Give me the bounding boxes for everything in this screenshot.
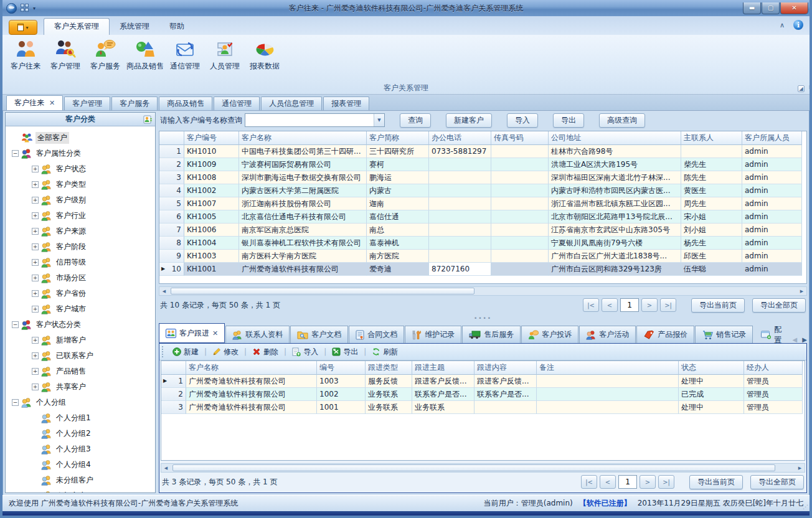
detail-tab-售后服务[interactable]: 售后服务 <box>462 326 521 343</box>
column-header-跟进内容[interactable]: 跟进内容 <box>474 361 537 375</box>
tree-item-新增客户[interactable]: +新增客户 <box>8 332 155 348</box>
resize-grip-icon[interactable]: ⋰ <box>803 504 808 510</box>
table-row[interactable]: 8KH1004银川嘉泰神机工程软件技术有限公司嘉泰神机宁夏银川凤凰南街79号六楼… <box>159 237 806 250</box>
column-header-客户简称[interactable]: 客户简称 <box>367 131 429 145</box>
tab-scroll-left-icon[interactable]: ◀ <box>793 336 798 343</box>
tree-item-未分组客户[interactable]: 未分组客户 <box>8 473 155 488</box>
tree-item-信用等级[interactable]: +信用等级 <box>8 255 155 270</box>
expand-icon[interactable]: + <box>32 368 39 375</box>
tree-item-客户级别[interactable]: +客户级别 <box>8 192 155 208</box>
toolbar-button-导出[interactable]: 导出 <box>328 347 362 357</box>
tree-item-全部客户[interactable]: 全部客户 <box>8 130 155 146</box>
collapse-ribbon-icon[interactable]: ∧ <box>780 21 785 29</box>
table-row[interactable]: 1KH1010中国电子科技集团公司第三十四研...三十四研究所0733-5881… <box>159 145 806 158</box>
expand-icon[interactable]: + <box>32 228 39 235</box>
table-row[interactable]: 2广州爱奇迪软件科技有限公司1002业务联系联系客户是否...联系客户是否...… <box>161 388 805 401</box>
previous-page-button[interactable]: < <box>600 475 616 489</box>
tree-item-客户属性分类[interactable]: −客户属性分类 <box>8 146 155 161</box>
tree-item-共享客户[interactable]: +共享客户 <box>8 379 155 395</box>
table-row[interactable]: 7KH1006南京军区南京总医院南总江苏省南京市玄武区中山东路305号刘小姐ad… <box>159 224 806 237</box>
ribbon-button-报表数据[interactable]: 报表数据 <box>245 37 284 72</box>
close-tab-icon[interactable]: ✕ <box>212 329 218 337</box>
detail-tab-销售记录[interactable]: 销售记录 <box>695 326 753 343</box>
expand-icon[interactable]: + <box>32 275 39 281</box>
first-page-button[interactable]: |< <box>581 475 597 489</box>
export-all-pages-button[interactable]: 导出全部页 <box>752 298 806 313</box>
tree-item-个人分组3[interactable]: 个人分组3 <box>8 441 155 457</box>
ribbon-tab-客户关系管理[interactable]: 客户关系管理 <box>44 18 110 35</box>
column-header-传真号码[interactable]: 传真号码 <box>491 131 549 145</box>
tree-item-客户来源[interactable]: +客户来源 <box>8 224 155 239</box>
column-header-客户编号[interactable]: 客户编号 <box>184 131 239 145</box>
column-header-经办人[interactable]: 经办人 <box>744 361 803 375</box>
toolbar-button-新建[interactable]: 新建 <box>169 347 202 357</box>
column-header-客户名称[interactable]: 客户名称 <box>239 131 367 145</box>
combobox-dropdown-icon[interactable]: ▼ <box>374 114 384 126</box>
scroll-left-icon[interactable]: ◀ <box>161 464 171 472</box>
doc-tab-客户管理[interactable]: 客户管理 <box>64 97 110 110</box>
detail-tab-联系人资料[interactable]: 联系人资料 <box>225 326 290 343</box>
followup-table-hscrollbar[interactable]: ◀ ▶ <box>161 463 805 473</box>
ribbon-button-客户管理[interactable]: 客户管理 <box>46 37 85 72</box>
tree-item-已联系客户[interactable]: +已联系客户 <box>8 348 155 364</box>
detail-tab-客户投诉[interactable]: 客户投诉 <box>521 326 578 343</box>
table-row[interactable]: 5KH1007浙江迦南科技股份有限公司迦南浙江省温州市瓯北镇东瓯工业区园...周… <box>159 197 806 210</box>
app-menu-button[interactable]: ▾ <box>9 20 37 35</box>
column-header-跟进主题[interactable]: 跟进主题 <box>412 361 474 375</box>
expand-icon[interactable]: + <box>32 290 39 297</box>
doc-tab-客户往来[interactable]: 客户往来✕ <box>6 95 63 110</box>
query-button-导入[interactable]: 导入 <box>507 113 538 128</box>
last-page-button[interactable]: >| <box>660 298 676 312</box>
tree-item-客户类型[interactable]: +客户类型 <box>8 177 155 192</box>
ribbon-button-客户往来[interactable]: 客户往来 <box>6 37 45 72</box>
doc-tab-报表管理[interactable]: 报表管理 <box>323 97 369 110</box>
collapse-icon[interactable]: − <box>12 150 19 157</box>
scroll-right-icon[interactable]: ▶ <box>795 464 805 472</box>
doc-tab-商品及销售[interactable]: 商品及销售 <box>159 97 212 110</box>
toolbar-button-删除[interactable]: 删除 <box>248 347 282 357</box>
next-page-button[interactable]: > <box>641 298 658 312</box>
table-row[interactable]: 3KH1008深圳市鹏海运电子数据交换有限公司鹏海运深圳市福田区深南大道北竹子林… <box>159 171 806 184</box>
table-row[interactable]: 2KH1009宁波赛柯国际贸易有限公司赛柯洪塘工业A区洪大路195号柴先生adm… <box>159 158 806 171</box>
dialog-launcher-icon[interactable]: ◢ <box>798 85 805 92</box>
tree-item-个人分组[interactable]: −个人分组 <box>8 395 155 410</box>
collapse-icon[interactable]: − <box>12 321 19 328</box>
table-row[interactable]: 4KH1002内蒙古医科大学第二附属医院内蒙古内蒙古呼和浩特市回民区内蒙古医..… <box>159 184 806 197</box>
first-page-button[interactable]: |< <box>583 298 599 312</box>
table-row[interactable]: 9KH1003南方医科大学南方医院南方医院广州市白云区广州大道北1838号...… <box>159 250 806 263</box>
detail-tab-客户活动[interactable]: 客户活动 <box>579 326 636 343</box>
column-header-跟进类型[interactable]: 跟进类型 <box>366 361 412 375</box>
app-logo-icon[interactable] <box>6 3 17 14</box>
splitter-handle[interactable]: •••• <box>159 314 807 322</box>
scroll-right-icon[interactable]: ▶ <box>797 287 806 295</box>
minimize-button[interactable]: ▬ <box>743 2 761 14</box>
expand-icon[interactable]: + <box>32 197 39 204</box>
column-header-编号[interactable]: 编号 <box>317 361 366 375</box>
tree-item-个人分组1[interactable]: 个人分组1 <box>8 410 155 426</box>
tree-item-客户行业[interactable]: +客户行业 <box>8 208 155 224</box>
ribbon-tab-帮助[interactable]: 帮助 <box>159 19 194 35</box>
quick-access-dropdown-icon[interactable]: ▾ <box>33 6 35 11</box>
expand-icon[interactable]: + <box>32 337 39 344</box>
page-number-input[interactable] <box>618 475 637 489</box>
expand-icon[interactable]: + <box>32 352 39 359</box>
detail-tab-客户文档[interactable]: 客户文档 <box>290 326 348 343</box>
tab-scroll-right-icon[interactable]: ▶ <box>802 336 807 343</box>
tree-item-客户城市[interactable]: +客户城市 <box>8 301 155 317</box>
collapse-icon[interactable]: − <box>12 399 19 406</box>
export-all-pages-button[interactable]: 导出全部页 <box>750 475 804 489</box>
expand-icon[interactable]: + <box>32 306 39 313</box>
query-button-查询[interactable]: 查询 <box>400 113 431 128</box>
table-row[interactable]: 10▶KH1001广州爱奇迪软件科技有限公司爱奇迪87207160广州市白云区同… <box>159 263 806 276</box>
tree-item-市场分区[interactable]: +市场分区 <box>8 270 155 286</box>
scroll-left-icon[interactable]: ◀ <box>159 287 169 295</box>
category-manage-icon[interactable] <box>143 115 153 126</box>
ribbon-button-通信管理[interactable]: 通信管理 <box>166 37 204 72</box>
scrollbar-thumb[interactable] <box>172 464 775 471</box>
toolbar-button-刷新[interactable]: 刷新 <box>368 347 402 357</box>
export-current-page-button[interactable]: 导出当前页 <box>689 475 743 489</box>
config-tab-button[interactable]: 配置 <box>757 327 791 343</box>
doc-tab-通信管理[interactable]: 通信管理 <box>214 97 260 110</box>
table-row[interactable]: 3广州爱奇迪软件科技有限公司1001业务联系业务联系处理中管理员 <box>161 401 805 414</box>
tree-item-客户省份[interactable]: +客户省份 <box>8 286 155 301</box>
